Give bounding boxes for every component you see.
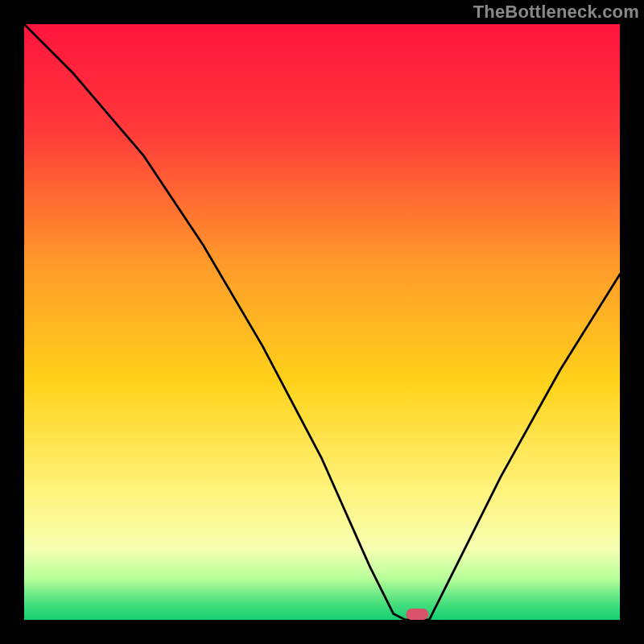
- optimum-marker: [406, 609, 428, 620]
- gradient-background: [24, 24, 620, 620]
- chart-container: TheBottleneck.com: [0, 0, 644, 644]
- bottleneck-curve-chart: [24, 24, 620, 620]
- watermark-label: TheBottleneck.com: [473, 2, 639, 23]
- plot-area: [24, 24, 620, 620]
